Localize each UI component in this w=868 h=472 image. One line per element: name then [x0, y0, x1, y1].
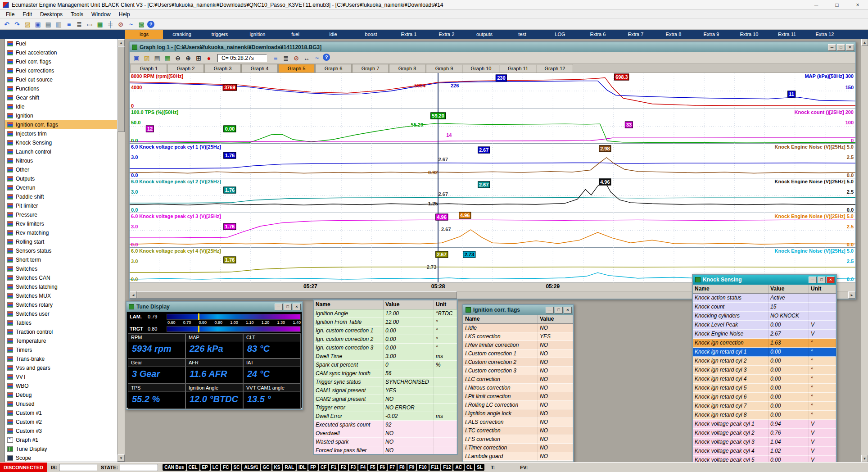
- table-row-i-custom-correction-2[interactable]: I.Custom correction 2NO: [463, 358, 573, 367]
- sidebar-item-graph-1[interactable]: Graph #1: [5, 436, 117, 445]
- graph-tab-graph-4[interactable]: Graph 4: [241, 64, 278, 73]
- minimize-button[interactable]: ─: [546, 307, 554, 313]
- sidebar-item-pressure[interactable]: Pressure: [5, 210, 117, 219]
- restore-button[interactable]: □: [818, 277, 826, 283]
- table-row-trigger-error[interactable]: Trigger errorNO ERROR: [314, 404, 457, 412]
- table-row-i-rev-limiter-correction[interactable]: I.Rev limiter correctionNO: [463, 341, 573, 349]
- table-row-forced-low-pass-filter[interactable]: Forced low pass filterNO: [314, 446, 457, 455]
- desktop-tab-extra-9[interactable]: Extra 9: [692, 30, 730, 39]
- scroll-up-icon[interactable]: ▲: [861, 39, 868, 46]
- sidebar-item-switches-can[interactable]: Switches CAN: [5, 273, 117, 282]
- close-button[interactable]: ×: [293, 304, 301, 310]
- desktop-tab-test[interactable]: test: [503, 30, 541, 39]
- table-row-ignition-from-table[interactable]: Ignition From Table12.00°: [314, 318, 457, 327]
- table-row-ign-custom-correction-2[interactable]: Ign. custom correction 20.00°: [314, 335, 457, 344]
- sidebar-item-tune-display[interactable]: Tune Display: [5, 445, 117, 454]
- scrollbar-thumb[interactable]: [118, 46, 125, 132]
- table-row-i-lc-correction[interactable]: I.LC correctionNO: [463, 375, 573, 384]
- table-row-i-fs-correction[interactable]: I.FS correctionNO: [463, 435, 573, 444]
- zoom-in-icon[interactable]: ⊕: [184, 54, 193, 63]
- sidebar-item-nitrous[interactable]: Nitrous: [5, 156, 117, 165]
- scroll-left-icon[interactable]: ◄: [130, 291, 137, 299]
- table-row-knock-count[interactable]: Knock count15: [693, 303, 836, 312]
- sidebar-item-switches[interactable]: Switches: [5, 264, 117, 273]
- table-row-knock-ign-retard-cyl-3[interactable]: Knock ign retard cyl 30.00°: [693, 366, 836, 375]
- sidebar-item-custom-1[interactable]: Custom #1: [5, 408, 117, 418]
- sidebar-scrollbar[interactable]: ▲ ▼: [117, 39, 125, 462]
- table-row-knock-engine-noise[interactable]: Knock Engine Noise2.67V: [693, 330, 836, 339]
- export-icon[interactable]: ▤: [153, 54, 162, 63]
- sidebar-item-ignition-corr-flags[interactable]: Ignition corr. flags: [5, 120, 117, 129]
- sidebar-item-tables[interactable]: Tables: [5, 318, 117, 327]
- sidebar-item-fuel-corr-flags[interactable]: Fuel corr. flags: [5, 57, 117, 66]
- table-row-executed-sparks-count[interactable]: Executed sparks count92: [314, 421, 457, 429]
- image-icon[interactable]: ▦: [163, 54, 172, 63]
- sidebar-item-switches-mux[interactable]: Switches MUX: [5, 291, 117, 300]
- workspace-scrollbar[interactable]: ▲ ▼: [861, 39, 868, 462]
- table-row-spark-cut-percent[interactable]: Spark cut percent0%: [314, 361, 457, 369]
- sidebar-item-rev-matching[interactable]: Rev matching: [5, 228, 117, 237]
- tools-icon[interactable]: ⊘: [116, 20, 125, 29]
- sidebar-item-vvt[interactable]: VVT: [5, 372, 117, 381]
- sidebar-item-launch-control[interactable]: Launch control: [5, 147, 117, 156]
- desktop-tab-fuel[interactable]: fuel: [276, 30, 314, 39]
- back-icon[interactable]: ↶: [2, 20, 11, 29]
- table-row-knock-ign-correction[interactable]: Knock ign correction1.63°: [693, 339, 836, 348]
- table-row-ign-custom-correction-1[interactable]: Ign. custom correction 10.00°: [314, 327, 457, 335]
- tune-window-titlebar[interactable]: Tune Display ─ □ ×: [127, 302, 302, 312]
- menu-edit[interactable]: Edit: [18, 10, 36, 18]
- sidebar-item-wbo[interactable]: WBO: [5, 381, 117, 390]
- sidebar-item-traction-control[interactable]: Traction control: [5, 327, 117, 336]
- measure-icon[interactable]: ↔: [302, 54, 311, 63]
- graph-window-titlebar[interactable]: Graph log 1 - [C:¥Users¥fukuoka_nainenki…: [130, 42, 855, 52]
- graph-tab-graph-11[interactable]: Graph 11: [500, 64, 536, 73]
- flags-window-titlebar[interactable]: Ignition corr. flags ─ □ ×: [463, 305, 573, 315]
- table-row-knock-voltage-peak-cyl-5[interactable]: Knock voltage peak cyl 50.00V: [693, 456, 836, 462]
- close-button[interactable]: ×: [847, 0, 868, 9]
- scroll-right-icon[interactable]: ►: [848, 291, 855, 299]
- close-button[interactable]: ×: [846, 44, 854, 51]
- table-row-dwell-error[interactable]: Dwell Error-0.02ms: [314, 412, 457, 421]
- desktop-tab-logs[interactable]: logs: [125, 30, 163, 39]
- close-button[interactable]: ×: [827, 277, 835, 283]
- scroll-down-icon[interactable]: ▼: [118, 454, 125, 462]
- menu-file[interactable]: File: [2, 10, 18, 18]
- scrollbar-thumb[interactable]: [137, 291, 457, 299]
- desktop-tab-ignition[interactable]: ignition: [239, 30, 276, 39]
- zoom-fit-icon[interactable]: ⊞: [194, 54, 203, 63]
- table-row-knock-ign-retard-cyl-6[interactable]: Knock ign retard cyl 60.00°: [693, 393, 836, 402]
- knock-window-titlebar[interactable]: Knock Sensing ─ □ ×: [693, 275, 836, 285]
- table-row-knock-ign-retard-cyl-4[interactable]: Knock ign retard cyl 40.00°: [693, 375, 836, 384]
- table-row-i-ks-correction[interactable]: I.KS correctionYES: [463, 332, 573, 341]
- help-icon[interactable]: ?: [323, 54, 330, 61]
- sidebar-item-rev-limiters[interactable]: Rev limiters: [5, 219, 117, 228]
- sidebar-item-pit-limiter[interactable]: Pit limiter: [5, 201, 117, 210]
- grid-icon[interactable]: ▩: [137, 20, 146, 29]
- restore-button[interactable]: □: [837, 44, 845, 51]
- sidebar-item-scope[interactable]: Scope: [5, 454, 117, 462]
- table-row-knock-ign-retard-cyl-7[interactable]: Knock ign retard cyl 70.00°: [693, 402, 836, 411]
- table-row-knock-level-peak[interactable]: Knock Level Peak0.00V: [693, 321, 836, 330]
- scroll-down-icon[interactable]: ▼: [861, 455, 868, 462]
- table-row-i-pit-limit-correction[interactable]: I.Pit limit correctionNO: [463, 392, 573, 401]
- minimize-button[interactable]: ─: [806, 0, 827, 9]
- restore-button[interactable]: □: [284, 304, 292, 310]
- desktop-tab-boost[interactable]: boost: [352, 30, 390, 39]
- minimize-button[interactable]: ─: [828, 44, 836, 51]
- sidebar-item-ignition[interactable]: Ignition: [5, 111, 117, 120]
- menu-help[interactable]: Help: [115, 10, 134, 18]
- sidebar-item-timers[interactable]: Timers: [5, 345, 117, 354]
- channels-icon[interactable]: ≡: [271, 54, 280, 63]
- table-row-i-ignition-angle-lock[interactable]: I.Ignition angle lockNO: [463, 409, 573, 418]
- table-row-trigger-sync-status[interactable]: Trigger sync statusSYNCHRONISED: [314, 378, 457, 386]
- desktop-tab-triggers[interactable]: triggers: [201, 30, 239, 39]
- desktop-tab-extra-10[interactable]: Extra 10: [730, 30, 768, 39]
- save-icon[interactable]: ▣: [33, 20, 42, 29]
- sidebar-item-switches-rotary[interactable]: Switches rotary: [5, 300, 117, 309]
- desktop-tab-log[interactable]: LOG: [541, 30, 579, 39]
- table-row-i-custom-correction-3[interactable]: I.Custom correction 3NO: [463, 367, 573, 375]
- desktop-tab-cranking[interactable]: cranking: [163, 30, 201, 39]
- graph-tab-graph-9[interactable]: Graph 9: [426, 64, 462, 73]
- table-row-knock-ign-retard-cyl-8[interactable]: Knock ign retard cyl 80.00°: [693, 411, 836, 420]
- sidebar-item-vss-and-gears[interactable]: Vss and gears: [5, 363, 117, 372]
